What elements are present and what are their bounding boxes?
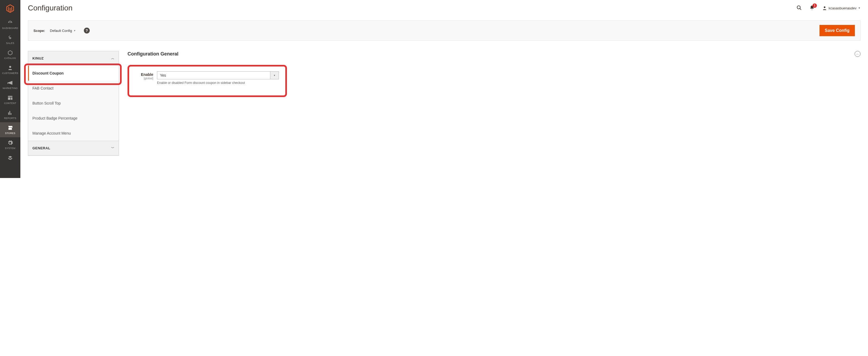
chevron-down-icon: ▼ <box>858 7 861 9</box>
tab-manage-account-menu[interactable]: Manage Account Menu <box>28 126 119 141</box>
enable-select[interactable]: Yes ▼ <box>157 71 279 79</box>
nav-label: DASHBOARD <box>2 27 18 29</box>
chevron-up-icon: ︿ <box>111 56 115 61</box>
tab-group-general[interactable]: GENERAL ﹀ <box>28 141 119 155</box>
nav-marketing[interactable]: MARKETING <box>0 77 20 92</box>
tab-fab-contact[interactable]: FAB Contact <box>28 81 119 96</box>
panel-title: Configuration General <box>127 51 179 57</box>
nav-catalog[interactable]: CATALOG <box>0 47 20 62</box>
nav-stores[interactable]: STORES <box>0 122 20 137</box>
collapse-section-button[interactable]: ︿ <box>855 51 861 57</box>
tab-group-kinuz[interactable]: KINUZ ︿ <box>28 51 119 66</box>
nav-dashboard[interactable]: DASHBOARD <box>0 17 20 32</box>
field-scope: [global] <box>132 77 153 80</box>
config-tabs: KINUZ ︿ Discount Coupon FAB Contact Butt… <box>28 51 119 156</box>
admin-sidebar: DASHBOARD SALES CATALOG CUSTOMERS MARKET… <box>0 0 20 178</box>
header-actions: 1 kcasasbuenasdev ▼ <box>797 5 861 11</box>
main-content: Configuration 1 kcasasbuenasdev ▼ Scope:… <box>20 0 868 178</box>
svg-point-0 <box>797 6 801 9</box>
nav-content[interactable]: CONTENT <box>0 92 20 107</box>
nav-extensions[interactable] <box>0 152 20 161</box>
chevron-down-icon: ▼ <box>270 71 279 79</box>
scope-label: Scope: <box>33 29 45 33</box>
user-name: kcasasbuenasdev <box>829 6 857 10</box>
page-title: Configuration <box>28 4 72 12</box>
user-menu[interactable]: kcasasbuenasdev ▼ <box>822 6 861 10</box>
tab-group-title: GENERAL <box>32 146 50 150</box>
chevron-down-icon: ﹀ <box>111 146 115 150</box>
config-panel: Configuration General ︿ Enable [global] … <box>127 51 861 156</box>
nav-label: REPORTS <box>4 117 16 120</box>
field-note: Enable or disabled Form discount coupon … <box>157 81 279 85</box>
user-icon <box>822 6 827 10</box>
nav-label: SYSTEM <box>5 147 16 150</box>
notifications-icon[interactable]: 1 <box>809 5 815 11</box>
tab-group-title: KINUZ <box>32 56 44 60</box>
nav-label: CUSTOMERS <box>2 72 18 75</box>
notification-badge: 1 <box>812 3 817 8</box>
search-icon[interactable] <box>797 5 802 11</box>
scope-value: Default Config <box>50 29 72 33</box>
tab-discount-coupon[interactable]: Discount Coupon <box>28 66 119 81</box>
select-value: Yes <box>157 71 270 79</box>
field-label: Enable <box>132 72 153 77</box>
magento-logo[interactable] <box>0 0 20 17</box>
nav-label: CATALOG <box>4 57 16 60</box>
scope-selector[interactable]: Default Config ▼ <box>50 29 75 33</box>
chevron-down-icon: ▼ <box>74 29 76 32</box>
nav-sales[interactable]: SALES <box>0 32 20 47</box>
nav-label: MARKETING <box>3 87 18 90</box>
tab-button-scroll-top[interactable]: Button Scroll Top <box>28 96 119 111</box>
nav-label: SALES <box>6 42 14 44</box>
field-enable: Enable [global] Yes ▼ Enable or disabled… <box>132 71 856 85</box>
nav-reports[interactable]: REPORTS <box>0 107 20 122</box>
nav-label: STORES <box>5 132 16 135</box>
nav-customers[interactable]: CUSTOMERS <box>0 62 20 77</box>
scope-bar: Scope: Default Config ▼ ? Save Config <box>28 20 861 41</box>
nav-system[interactable]: SYSTEM <box>0 137 20 152</box>
tab-product-badge-percentage[interactable]: Product Badge Percentage <box>28 111 119 126</box>
nav-label: CONTENT <box>4 102 16 105</box>
help-icon[interactable]: ? <box>84 28 90 33</box>
page-header: Configuration 1 kcasasbuenasdev ▼ <box>28 4 861 12</box>
save-config-button[interactable]: Save Config <box>819 25 855 36</box>
